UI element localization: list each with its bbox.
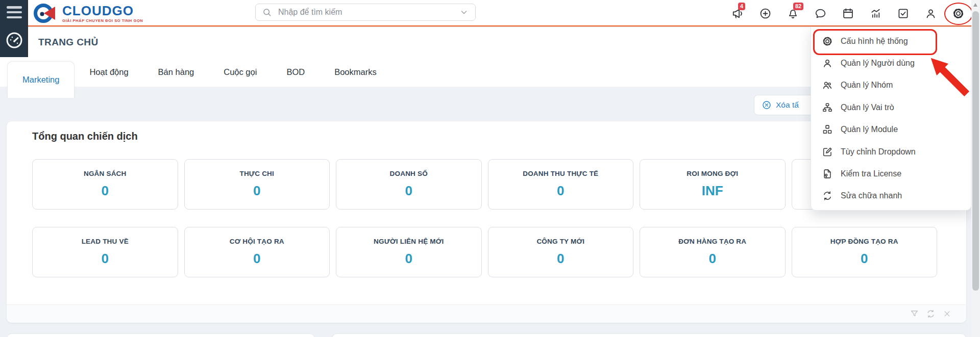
- stat-value: 0: [557, 251, 564, 267]
- search-icon: [262, 7, 272, 17]
- global-search: [255, 4, 476, 21]
- stat-tile: CÔNG TY MỚI 0: [488, 227, 634, 277]
- notification-badge: 82: [793, 3, 803, 10]
- scrollbar-up-arrow[interactable]: [973, 3, 977, 7]
- stat-label: THỰC CHI: [239, 170, 274, 177]
- user-icon: [924, 7, 937, 20]
- stat-grid: NGÂN SÁCH 0 THỰC CHI 0 DOANH SỐ 0 DOANH …: [32, 159, 937, 277]
- next-card-sliver: [332, 333, 966, 337]
- stat-label: CÔNG TY MỚI: [536, 238, 584, 245]
- stat-value: 0: [861, 251, 868, 267]
- calendar-icon: [842, 7, 854, 20]
- cloudgo-dashboard: CLOUDGO GIẢI PHÁP CHUYỂN ĐỔI SỐ TINH GỌN…: [0, 0, 980, 337]
- page-title: TRANG CHỦ: [38, 28, 99, 57]
- stat-value: 0: [253, 251, 260, 267]
- chevron-down-icon[interactable]: [459, 7, 469, 17]
- plus-circle-button[interactable]: [759, 7, 772, 20]
- stat-label: HỢP ĐỒNG TẠO RA: [830, 238, 898, 245]
- stat-label: NGƯỜI LIÊN HỆ MỚI: [374, 238, 444, 245]
- stat-tile: ĐƠN HÀNG TẠO RA 0: [640, 227, 786, 277]
- tab-bod[interactable]: BOD: [272, 57, 320, 87]
- edit-icon: [822, 146, 833, 158]
- stat-value: INF: [702, 183, 723, 199]
- modules-icon: [822, 124, 833, 135]
- tab-ban-hang[interactable]: Bán hàng: [143, 57, 209, 87]
- stat-value: 0: [102, 183, 109, 199]
- next-card-sliver: [7, 333, 315, 337]
- stat-tile: THỰC CHI 0: [184, 159, 330, 210]
- funnel-icon[interactable]: [910, 309, 919, 319]
- stat-value: 0: [405, 183, 412, 199]
- repair-icon: [822, 190, 833, 201]
- menu-item-system-config[interactable]: Cấu hình hệ thống: [811, 30, 971, 52]
- analytics-button[interactable]: [869, 7, 882, 20]
- plus-circle-icon: [759, 7, 772, 20]
- stat-tile: DOANH SỐ 0: [336, 159, 482, 210]
- stat-label: CƠ HỘI TẠO RA: [230, 238, 284, 245]
- tab-bookmarks[interactable]: Bookmarks: [320, 57, 391, 87]
- menu-item-dropdown-customize[interactable]: Tùy chỉnh Dropdown: [811, 141, 971, 163]
- hamburger-menu-icon[interactable]: [7, 6, 22, 18]
- logo-tagline: GIẢI PHÁP CHUYỂN ĐỔI SỐ TINH GỌN: [62, 19, 143, 23]
- tab-hoat-dong[interactable]: Hoạt động: [75, 57, 143, 87]
- refresh-icon[interactable]: [926, 309, 936, 319]
- stat-label: DOANH SỐ: [390, 170, 428, 177]
- stat-tile: LEAD THU VỀ 0: [32, 227, 178, 277]
- menu-item-group-management[interactable]: Quản lý Nhóm: [811, 74, 971, 96]
- stat-tile: NGÂN SÁCH 0: [32, 159, 178, 210]
- stat-label: ROI MONG ĐỢI: [687, 170, 738, 177]
- dashboard-gauge-icon[interactable]: [5, 31, 24, 50]
- close-icon[interactable]: [942, 309, 952, 319]
- stat-tile: HỢP ĐỒNG TẠO RA 0: [792, 227, 938, 277]
- license-icon: [822, 168, 833, 179]
- notification-badge: 4: [738, 3, 745, 10]
- stat-value: 0: [253, 183, 260, 199]
- chat-button[interactable]: [814, 7, 827, 20]
- stat-tile: DOANH THU THỰC TẾ 0: [488, 159, 634, 210]
- analytics-icon: [869, 7, 882, 20]
- menu-item-license-check[interactable]: Kiểm tra License: [811, 163, 971, 185]
- stat-value: 0: [709, 251, 716, 267]
- vertical-scrollbar[interactable]: [971, 0, 980, 337]
- stat-label: LEAD THU VỀ: [82, 238, 129, 245]
- scrollbar-thumb[interactable]: [972, 11, 979, 291]
- bell-button[interactable]: 82: [787, 7, 799, 20]
- menu-item-role-management[interactable]: Quản lý Vai trò: [811, 96, 971, 118]
- x-circle-icon: [762, 100, 772, 110]
- gear-icon: [952, 7, 965, 20]
- megaphone-button[interactable]: 4: [731, 7, 744, 20]
- menu-item-module-management[interactable]: Quản lý Module: [811, 119, 971, 141]
- clear-all-label: Xóa tấ: [776, 100, 799, 110]
- stat-tile: NGƯỜI LIÊN HỆ MỚI 0: [336, 227, 482, 277]
- cloudgo-logo-mark: [32, 2, 57, 24]
- tab-cuoc-goi[interactable]: Cuộc gọi: [209, 57, 272, 87]
- menu-item-quick-repair[interactable]: Sửa chữa nhanh: [811, 185, 971, 207]
- settings-dropdown-menu: Cấu hình hệ thống Quản lý Người dùng Quả…: [811, 27, 971, 211]
- stat-value: 0: [557, 183, 564, 199]
- card-title: Tổng quan chiến dịch: [32, 131, 138, 142]
- header-icon-bar: 4 82: [731, 0, 965, 27]
- card-footer: [7, 304, 966, 323]
- dashboard-tabs: MarketingHoạt độngBán hàngCuộc gọiBODBoo…: [7, 57, 391, 98]
- gear-button[interactable]: [952, 7, 965, 20]
- check-square-button[interactable]: [897, 7, 910, 20]
- search-input[interactable]: [277, 7, 454, 17]
- logo-name: CLOUDGO: [62, 4, 143, 17]
- user-icon: [822, 58, 833, 69]
- stat-label: ĐƠN HÀNG TẠO RA: [678, 238, 746, 245]
- gear-icon: [822, 36, 833, 47]
- cloudgo-logo[interactable]: CLOUDGO GIẢI PHÁP CHUYỂN ĐỔI SỐ TINH GỌN: [32, 2, 143, 24]
- stat-label: DOANH THU THỰC TẾ: [523, 170, 598, 177]
- user-button[interactable]: [924, 7, 937, 20]
- stat-value: 0: [405, 251, 412, 267]
- check-square-icon: [897, 7, 910, 20]
- sitemap-icon: [822, 102, 833, 113]
- stat-label: NGÂN SÁCH: [84, 170, 127, 177]
- menu-item-user-management[interactable]: Quản lý Người dùng: [811, 52, 971, 74]
- stat-tile: ROI MONG ĐỢI INF: [640, 159, 786, 210]
- stat-tile: CƠ HỘI TẠO RA 0: [184, 227, 330, 277]
- calendar-button[interactable]: [842, 7, 854, 20]
- chat-icon: [814, 7, 827, 20]
- sidebar: [0, 0, 28, 57]
- tab-marketing[interactable]: Marketing: [7, 61, 75, 98]
